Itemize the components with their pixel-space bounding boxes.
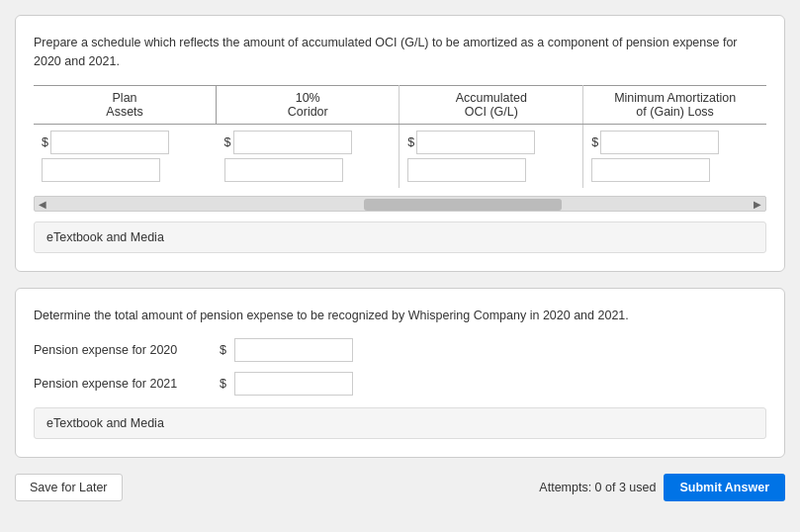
pension-row-2020: Pension expense for 2020 $ (34, 338, 766, 362)
cell-minamort-1: $ (583, 124, 766, 156)
cell-minamort-2 (583, 156, 766, 188)
footer: Save for Later Attempts: 0 of 3 used Sub… (15, 474, 785, 501)
table-wrapper: Plan Assets 10% Coridor Accumulated OCI … (34, 85, 766, 188)
table-row-1: $ $ $ (34, 124, 766, 156)
dollar-sign-2: $ (224, 135, 231, 149)
dollar-cell-3: $ (407, 131, 575, 154)
scroll-right-arrow[interactable]: ▶ (750, 197, 765, 212)
dollar-cell-4: $ (591, 131, 758, 154)
col-header-min-amort: Minimum Amortization of (Gain) Loss (583, 85, 766, 124)
cell-plan-assets-2 (34, 156, 217, 188)
dollar-sign-3: $ (407, 135, 414, 149)
pension-input-2021[interactable] (234, 372, 353, 396)
input-oci-1[interactable] (416, 131, 535, 154)
pension-input-2020[interactable] (234, 338, 353, 362)
table-row-2 (34, 156, 766, 188)
input-plan-assets-2[interactable] (42, 158, 160, 182)
cell-oci-2 (400, 156, 583, 188)
card-1: Prepare a schedule which reflects the am… (15, 15, 785, 272)
horizontal-scrollbar[interactable]: ◀ ▶ (34, 196, 766, 212)
col-header-plan-assets: Plan Assets (34, 85, 217, 124)
card2-instruction: Determine the total amount of pension ex… (34, 307, 766, 325)
input-oci-2[interactable] (407, 158, 526, 182)
pension-rows: Pension expense for 2020 $ Pension expen… (34, 338, 766, 396)
pension-dollar-2020: $ (220, 343, 226, 357)
pension-label-2021: Pension expense for 2021 (34, 377, 212, 391)
cell-oci-1: $ (400, 124, 583, 156)
dollar-cell-2: $ (224, 131, 392, 154)
input-minamort-2[interactable] (591, 158, 710, 182)
etextbook-label-1: eTextbook and Media (46, 230, 164, 244)
attempts-text: Attempts: 0 of 3 used (539, 481, 656, 494)
scroll-left-arrow[interactable]: ◀ (35, 197, 50, 212)
pension-row-2021: Pension expense for 2021 $ (34, 372, 766, 396)
scrollbar-thumb[interactable] (364, 199, 562, 211)
col-header-oci: Accumulated OCI (G/L) (400, 85, 583, 124)
footer-right: Attempts: 0 of 3 used Submit Answer (539, 474, 785, 501)
cell-corridor-1: $ (217, 124, 400, 156)
etextbook-bar-1: eTextbook and Media (34, 222, 766, 253)
dollar-sign-4: $ (591, 135, 598, 149)
etextbook-label-2: eTextbook and Media (46, 416, 164, 430)
dollar-sign-1: $ (42, 135, 48, 149)
input-plan-assets-1[interactable] (50, 131, 169, 154)
input-minamort-1[interactable] (600, 131, 719, 154)
cell-plan-assets-1: $ (34, 124, 217, 156)
input-corridor-1[interactable] (233, 131, 352, 154)
card-2: Determine the total amount of pension ex… (15, 288, 785, 459)
schedule-table: Plan Assets 10% Coridor Accumulated OCI … (34, 85, 766, 188)
card1-instruction: Prepare a schedule which reflects the am… (34, 34, 766, 71)
cell-corridor-2 (217, 156, 400, 188)
dollar-cell-1: $ (42, 131, 209, 154)
input-corridor-2[interactable] (224, 158, 343, 182)
pension-label-2020: Pension expense for 2020 (34, 343, 212, 357)
col-header-corridor: 10% Coridor (217, 85, 400, 124)
etextbook-bar-2: eTextbook and Media (34, 407, 766, 439)
save-for-later-button[interactable]: Save for Later (15, 474, 123, 501)
submit-answer-button[interactable]: Submit Answer (664, 474, 785, 501)
pension-dollar-2021: $ (220, 377, 226, 391)
